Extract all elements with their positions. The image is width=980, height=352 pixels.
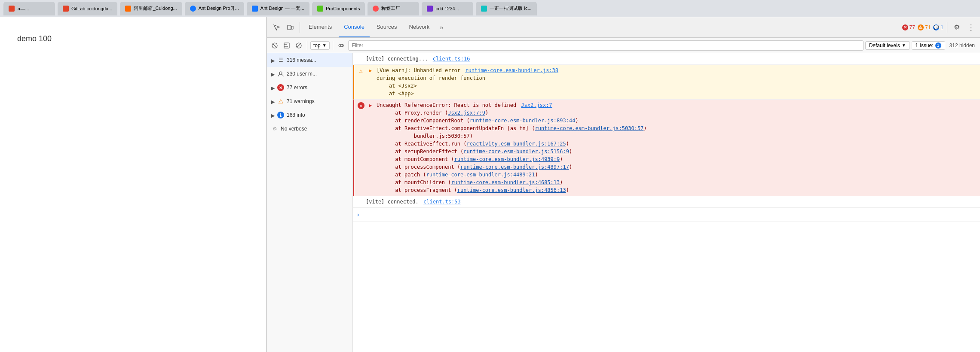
issues-count-icon: 1 (935, 42, 941, 49)
rae-link[interactable]: runtime-core.esm-bundler.js:5030:57 (535, 125, 643, 131)
tab-label-8: cdd 1234... (435, 6, 459, 11)
browser-tab-3[interactable]: 阿里邮箱_Cuidong... (120, 2, 182, 15)
svg-rect-4 (284, 43, 289, 48)
chevron-down-icon: ▼ (322, 43, 327, 48)
verbose-icon: ⚙ (271, 125, 278, 132)
page-title: demo 100 (17, 34, 249, 43)
prompt-caret-icon: › (356, 210, 360, 219)
eye-icon[interactable] (336, 40, 346, 51)
more-options-button[interactable]: ⋮ (965, 21, 977, 33)
entry-2-text: [Vue warn]: Unhandled error runtime-core… (377, 67, 977, 97)
toolbar-separator-2 (947, 22, 947, 33)
entry-1-link[interactable]: client.ts:16 (433, 56, 470, 62)
entry-2-link[interactable]: runtime-core.esm-bundler.js:38 (465, 67, 558, 73)
inspect-icon[interactable] (270, 21, 282, 33)
sidebar-item-verbose[interactable]: ⚙ No verbose (267, 122, 352, 136)
tab-label-1: π—... (17, 6, 29, 11)
main-area: demo 100 Elements Consol (0, 17, 980, 352)
browser-topbar: π—... GitLab cuidongda... 阿里邮箱_Cuidong..… (0, 0, 980, 17)
browser-tab-8[interactable]: cdd 1234... (422, 2, 473, 15)
log-levels-label: Default levels (869, 42, 900, 49)
sre-link[interactable]: runtime-core.esm-bundler.js:5156:9 (463, 149, 569, 155)
sidebar-item-user-messages[interactable]: ▶ 230 user m... (267, 67, 352, 81)
browser-tab-2[interactable]: GitLab cuidongda... (58, 2, 117, 15)
pf-link[interactable]: runtime-core.esm-bundler.js:4856:13 (457, 187, 566, 193)
tab-console[interactable]: Console (339, 17, 370, 37)
context-value: top (313, 42, 321, 49)
rco-link[interactable]: runtime-core.esm-bundler.js:893:44 (470, 118, 576, 124)
entry-4-text: [vite] connected. client.ts:53 (366, 198, 977, 206)
toolbar2-separator-2 (333, 41, 333, 50)
chevron-down-icon-levels: ▼ (902, 43, 906, 48)
settings-button[interactable]: ⚙ (951, 21, 963, 33)
error-badge[interactable]: ✕ 77 (902, 24, 915, 30)
sidebar-arrow-user: ▶ (271, 72, 275, 77)
entry-2-arrow[interactable]: ▶ (367, 67, 374, 75)
context-selector[interactable]: top ▼ (310, 41, 330, 50)
sidebar-item-info[interactable]: ▶ ℹ 168 info (267, 108, 352, 122)
browser-tab-9[interactable]: 一正一桔测试版 lc... (476, 2, 536, 15)
entry-3-text: Uncaught ReferenceError: React is not de… (377, 101, 977, 194)
tab-network[interactable]: Network (404, 17, 435, 37)
console-entry-2: ⚠ ▶ [Vue warn]: Unhandled error runtime-… (353, 65, 980, 100)
tab-favicon-9 (481, 6, 487, 12)
browser-tab-5[interactable]: Ant Design — 一套... (247, 2, 309, 15)
clear-console-button[interactable] (270, 40, 280, 51)
tab-label-2: GitLab cuidongda... (71, 6, 112, 11)
tab-favicon-4 (190, 6, 196, 12)
mc-link[interactable]: runtime-core.esm-bundler.js:4939:9 (454, 156, 560, 162)
error-circle-icon: ✕ (358, 102, 364, 109)
tab-favicon-1 (9, 6, 15, 12)
console-prompt-row[interactable]: › (353, 208, 980, 222)
browser-tab-1[interactable]: π—... (3, 2, 55, 15)
tab-sources[interactable]: Sources (371, 17, 402, 37)
entry-4-link[interactable]: client.ts:53 (423, 199, 461, 205)
browser-tab-7[interactable]: 称签工厂 (368, 2, 419, 15)
tab-favicon-3 (125, 6, 131, 12)
filter-toggle-button[interactable] (282, 40, 292, 51)
tab-label-7: 称签工厂 (381, 5, 400, 12)
message-badge-icon: 💬 (933, 24, 939, 30)
tab-favicon-2 (63, 6, 69, 12)
tab-favicon-8 (427, 6, 433, 12)
error-icon: ✕ (277, 84, 284, 91)
sidebar-item-errors[interactable]: ▶ ✕ 77 errors (267, 81, 352, 94)
entry-3-link[interactable]: Jsx2.jsx:7 (521, 102, 552, 108)
devtools-panel: Elements Console Sources Network » ✕ 77 … (266, 17, 980, 352)
jsx2-link[interactable]: Jsx2.jsx:7:9 (448, 110, 485, 116)
devtools-sidebar: ▶ ☰ 316 messa... ▶ 230 user m... ▶ (267, 53, 353, 352)
browser-tab-6[interactable]: ProComponents (312, 2, 365, 15)
svg-line-8 (297, 43, 301, 47)
entry-3-arrow[interactable]: ▶ (367, 101, 374, 109)
mch-link[interactable]: runtime-core.esm-bundler.js:4685:13 (451, 179, 560, 185)
browser-tab-4[interactable]: Ant Design Pro升... (185, 2, 244, 15)
sidebar-arrow-warnings: ▶ (271, 99, 275, 105)
console-entry-1: [vite] connecting... client.ts:16 (353, 53, 980, 65)
page-content: demo 100 (0, 17, 266, 352)
warn-icon: ⚠ (277, 98, 284, 105)
warn-badge-icon: ⚠ (918, 24, 924, 30)
sidebar-item-warnings[interactable]: ▶ ⚠ 71 warnings (267, 94, 352, 108)
tab-favicon-7 (373, 6, 379, 12)
patch-link[interactable]: runtime-core.esm-bundler.js:4489:21 (426, 172, 535, 178)
issues-badge[interactable]: 1 Issue: 1 (912, 41, 945, 50)
block-icon[interactable] (294, 40, 304, 51)
filter-input[interactable] (348, 40, 864, 51)
sidebar-item-messages[interactable]: ▶ ☰ 316 messa... (267, 53, 352, 67)
warn-count: 71 (925, 24, 931, 30)
rer-link[interactable]: reactivity.esm-bundler.js:167:25 (467, 141, 566, 147)
pc-link[interactable]: runtime-core.esm-bundler.js:4897:17 (460, 164, 569, 170)
toolbar2-separator-1 (307, 41, 307, 50)
log-levels-dropdown[interactable]: Default levels ▼ (865, 41, 910, 50)
sidebar-arrow-info: ▶ (271, 113, 275, 118)
svg-rect-0 (288, 25, 291, 30)
tab-label-6: ProComponents (326, 6, 360, 11)
device-toggle-icon[interactable] (284, 21, 296, 33)
more-tabs-icon[interactable]: » (436, 24, 447, 31)
svg-point-9 (340, 45, 342, 46)
tab-favicon-6 (317, 6, 323, 12)
warn-badge[interactable]: ⚠ 71 (918, 24, 931, 30)
devtools-toolbar2: top ▼ Default levels ▼ 1 Issue: 1 (267, 38, 980, 53)
message-badge[interactable]: 💬 1 (933, 24, 943, 30)
tab-elements[interactable]: Elements (303, 17, 337, 37)
